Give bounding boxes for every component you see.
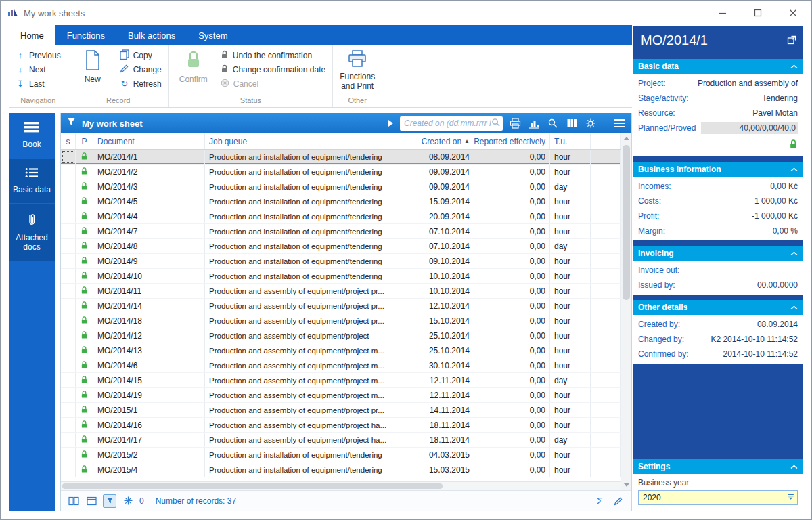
minimize-button[interactable] [717, 7, 729, 19]
section-header-invoicing[interactable]: Invoicing [633, 246, 803, 261]
change-button[interactable]: Change [117, 62, 164, 77]
cell-job-queue: Production and installation of equipment… [205, 194, 401, 209]
cell-job-queue: Production and installation of equipment… [205, 165, 401, 179]
section-header-basic-data[interactable]: Basic data [633, 59, 803, 74]
book-view-icon[interactable] [68, 495, 80, 507]
cell-created-on: 12.10.2014 [401, 299, 474, 313]
cell-tu: hour [550, 284, 591, 298]
scroll-up-button[interactable] [621, 133, 631, 144]
new-button[interactable]: New [72, 48, 113, 85]
table-row[interactable]: MO/2014/6 Production and assembly of equ… [61, 358, 621, 373]
cell-created-on: 25.10.2014 [401, 343, 474, 358]
change-confirmation-date-button[interactable]: Change confirmation date [218, 62, 328, 77]
chart-icon[interactable] [527, 116, 541, 130]
table-row[interactable]: MO/2014/10 Production and installation o… [61, 269, 621, 284]
column-header-created-on[interactable]: Created on▲ [401, 133, 474, 149]
tab-home[interactable]: Home [9, 25, 55, 45]
cancel-button[interactable]: Cancel [218, 77, 328, 91]
next-button[interactable]: ↓Next [13, 62, 64, 77]
dropdown-icon[interactable] [786, 492, 795, 504]
search-icon[interactable] [491, 117, 500, 129]
columns-icon[interactable] [565, 116, 579, 130]
auto-refresh-icon[interactable] [122, 495, 134, 507]
detail-field: Invoice out: [638, 263, 798, 278]
table-row[interactable]: MO/2014/4 Production and installation of… [61, 209, 621, 224]
field-label: Costs: [638, 196, 661, 206]
section-header-other-details[interactable]: Other details [633, 300, 803, 315]
detail-field: Incomes:0,00 Kč [638, 179, 798, 194]
menu-icon[interactable] [612, 116, 626, 130]
scroll-down-button[interactable] [621, 480, 631, 490]
table-row[interactable]: MO/2014/2 Production and installation of… [61, 165, 621, 179]
business-year-combobox[interactable]: 2020 [638, 490, 798, 505]
column-header-document[interactable]: Document [93, 133, 205, 149]
table-row[interactable]: MO/2015/2 Production and installation of… [61, 448, 621, 462]
popout-icon[interactable] [787, 35, 796, 45]
column-header-job-queue[interactable]: Job queue [205, 133, 401, 149]
previous-button[interactable]: ↑Previous [13, 48, 64, 62]
table-row[interactable]: MO/2014/19 Production and assembly of eq… [61, 388, 621, 403]
section-header-settings[interactable]: Settings [633, 459, 803, 474]
vertical-scrollbar[interactable] [621, 133, 631, 490]
table-row[interactable]: MO/2014/3 Production and installation of… [61, 179, 621, 194]
table-row[interactable]: MO/2015/4 Production and installation of… [61, 462, 621, 477]
cell-reported: 0,00 [474, 448, 550, 462]
hscroll-thumb[interactable] [62, 483, 443, 489]
column-header-p[interactable]: P [76, 133, 93, 149]
table-row[interactable]: MO/2014/8 Production and installation of… [61, 239, 621, 254]
field-value: 40,00/0,00/40,0 [701, 122, 798, 134]
group-label-status: Status [173, 95, 328, 107]
cell-tu: day [550, 239, 591, 253]
vscroll-thumb[interactable] [623, 145, 630, 300]
sum-icon[interactable]: Σ [597, 495, 603, 506]
print-icon[interactable] [508, 116, 522, 130]
table-row[interactable]: MO/2015/1 Production and assembly of equ… [61, 403, 621, 418]
filter-toggle[interactable] [103, 494, 116, 508]
refresh-button[interactable]: ↻Refresh [117, 77, 164, 91]
filter-funnel-icon[interactable] [66, 117, 76, 129]
field-label: Stage/activity: [638, 93, 689, 103]
field-value: 00.00.0000 [681, 280, 798, 290]
search-input[interactable] [404, 118, 491, 128]
sidebar-item-book[interactable]: Book [9, 113, 55, 158]
last-button[interactable]: ↧Last [13, 77, 64, 91]
lookup-icon[interactable] [546, 116, 560, 130]
card-view-icon[interactable] [85, 495, 97, 507]
tab-system[interactable]: System [187, 25, 239, 45]
close-button[interactable] [787, 7, 799, 19]
undo-confirmation-button[interactable]: Undo the confirmation [218, 48, 328, 62]
column-header-s[interactable]: s [61, 133, 76, 149]
table-row[interactable]: MO/2014/7 Production and installation of… [61, 224, 621, 239]
table-row[interactable]: MO/2014/5 Production and installation of… [61, 194, 621, 209]
cell-created-on: 09.09.2014 [401, 179, 474, 194]
copy-button[interactable]: Copy [117, 48, 164, 62]
field-label: Margin: [638, 226, 665, 236]
maximize-button[interactable] [752, 7, 764, 19]
horizontal-scrollbar[interactable] [61, 481, 621, 490]
table-row[interactable]: MO/2014/16 Production and assembly of eq… [61, 418, 621, 433]
table-row[interactable]: MO/2014/14 Production and assembly of eq… [61, 299, 621, 313]
field-label: Resource: [638, 108, 675, 118]
tab-functions[interactable]: Functions [55, 25, 116, 45]
section-header-business-information[interactable]: Business information [633, 162, 803, 177]
tab-bulk-actions[interactable]: Bulk actions [116, 25, 187, 45]
table-row[interactable]: MO/2014/12 Production and assembly of eq… [61, 328, 621, 343]
column-header-tu[interactable]: T.u. [550, 133, 591, 149]
column-header-reported[interactable]: Reported effectively [474, 133, 550, 149]
cell-tu: hour [550, 448, 591, 462]
edit-pencil-icon[interactable] [612, 495, 625, 507]
run-filter-icon[interactable] [388, 120, 393, 127]
table-row[interactable]: MO/2014/18 Production and assembly of eq… [61, 313, 621, 328]
functions-and-print-button[interactable]: Functions and Print [337, 48, 378, 91]
sidebar-item-attached-docs[interactable]: Attached docs [9, 204, 55, 261]
table-row[interactable]: MO/2014/1 Production and installation of… [61, 150, 621, 165]
field-label: Invoice out: [638, 265, 679, 275]
table-row[interactable]: MO/2014/11 Production and assembly of eq… [61, 284, 621, 299]
sidebar-item-basic-data[interactable]: Basic data [9, 159, 55, 203]
table-row[interactable]: MO/2014/9 Production and installation of… [61, 254, 621, 269]
table-row[interactable]: MO/2014/13 Production and assembly of eq… [61, 343, 621, 358]
table-row[interactable]: MO/2014/15 Production and assembly of eq… [61, 373, 621, 388]
confirm-button[interactable]: Confirm [173, 48, 214, 85]
settings-gear-icon[interactable] [584, 116, 597, 130]
table-row[interactable]: MO/2014/17 Production and assembly of eq… [61, 433, 621, 448]
